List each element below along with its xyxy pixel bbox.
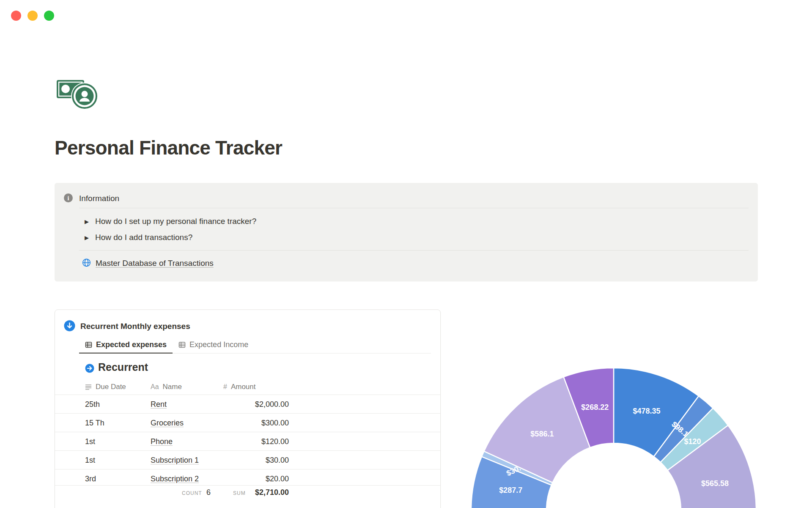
table-row[interactable]: 15 Th Groceries $300.00 <box>55 414 440 432</box>
sum-aggregate-label[interactable]: SUM <box>233 490 246 496</box>
donut-slice-label: $268.22 <box>581 403 609 411</box>
amount-cell[interactable]: $300.00 <box>220 419 289 428</box>
divider <box>79 208 749 208</box>
donut-slice[interactable] <box>471 457 551 508</box>
due-date-cell[interactable]: 15 Th <box>85 419 104 428</box>
donut-slice[interactable] <box>484 377 590 483</box>
column-header-name[interactable]: Aa Name <box>151 383 182 391</box>
tab-label: Expected expenses <box>96 340 167 349</box>
toggle-label: How do I set up my personal finance trac… <box>95 217 256 226</box>
recurrent-expenses-card: Recurrent Monthly expenses Expected expe… <box>55 309 441 508</box>
table-footer: COUNT 6 SUM $2,710.00 <box>55 485 440 508</box>
name-cell-link[interactable]: Groceries <box>151 419 184 428</box>
title-property-icon: Aa <box>151 383 159 391</box>
text-lines-icon <box>85 384 92 390</box>
donut-slice-label: $478.35 <box>633 407 660 415</box>
table-view-icon <box>85 341 92 348</box>
toggle-setup-question[interactable]: ▶ How do I set up my personal finance tr… <box>85 216 256 227</box>
close-button[interactable] <box>11 11 21 21</box>
table-row[interactable]: 1st Phone $120.00 <box>55 432 440 451</box>
due-date-cell[interactable]: 1st <box>85 456 95 465</box>
minimize-button[interactable] <box>27 11 38 21</box>
tab-expected-expenses[interactable]: Expected expenses <box>79 336 173 353</box>
toggle-triangle-icon[interactable]: ▶ <box>85 219 89 224</box>
donut-slice[interactable] <box>661 408 728 470</box>
window-controls <box>11 11 54 21</box>
donut-slice[interactable] <box>564 368 614 447</box>
page-emoji-money-icon[interactable] <box>56 76 99 111</box>
page-title: Personal Finance Tracker <box>55 136 282 159</box>
count-aggregate-value: 6 <box>206 488 211 497</box>
amount-cell[interactable]: $120.00 <box>220 437 289 446</box>
table-header-row: Due Date Aa Name # Amount <box>55 379 440 395</box>
amount-cell[interactable]: $20.00 <box>220 475 289 483</box>
donut-slice[interactable] <box>614 368 699 456</box>
toggle-label: How do I add transactions? <box>95 233 192 242</box>
arrow-down-circle-icon[interactable] <box>64 320 75 331</box>
amount-cell[interactable]: $30.00 <box>220 456 289 465</box>
globe-icon <box>82 258 91 268</box>
count-aggregate-label[interactable]: COUNT <box>182 490 202 496</box>
name-cell-link[interactable]: Rent <box>151 400 167 409</box>
name-cell-link[interactable]: Phone <box>151 437 173 446</box>
table-row[interactable]: 1st Subscription 1 $30.00 <box>55 451 440 469</box>
section-title: Recurrent <box>98 361 148 373</box>
expenses-table: Due Date Aa Name # Amount 25th Rent $2,0… <box>55 379 440 488</box>
column-label: Amount <box>231 383 256 391</box>
table-view-icon <box>178 341 186 348</box>
column-header-amount[interactable]: # Amount <box>223 383 256 391</box>
card-title: Recurrent Monthly expenses <box>80 322 190 331</box>
information-callout: i Information ▶ How do I set up my perso… <box>55 183 758 282</box>
name-cell-link[interactable]: Subscription 2 <box>151 475 199 483</box>
info-icon: i <box>63 193 73 203</box>
callout-title: Information <box>79 194 119 203</box>
donut-slice-label: $565.58 <box>701 479 729 488</box>
due-date-cell[interactable]: 1st <box>85 437 95 446</box>
divider <box>79 250 749 251</box>
donut-slice-label: $98.17 <box>670 420 693 442</box>
donut-slice[interactable] <box>482 451 552 485</box>
donut-slice-label: $287.7 <box>499 486 522 494</box>
column-label: Name <box>163 383 182 391</box>
donut-slice-label: $30.68 <box>505 460 529 478</box>
tab-label: Expected Income <box>189 340 248 349</box>
view-tabs: Expected expenses Expected Income <box>79 336 431 353</box>
due-date-cell[interactable]: 25th <box>85 400 100 409</box>
master-database-link[interactable]: Master Database of Transactions <box>96 259 214 268</box>
column-header-due-date[interactable]: Due Date <box>85 383 126 391</box>
donut-slice-label: $586.1 <box>530 430 554 438</box>
amount-cell[interactable]: $2,000.00 <box>220 400 289 409</box>
sum-aggregate-value: $2,710.00 <box>247 488 289 497</box>
toggle-triangle-icon[interactable]: ▶ <box>85 235 89 240</box>
table-row[interactable]: 25th Rent $2,000.00 <box>55 395 440 414</box>
name-cell-link[interactable]: Subscription 1 <box>151 456 199 465</box>
donut-slice[interactable] <box>654 396 713 462</box>
zoom-button[interactable] <box>44 11 54 21</box>
column-label: Due Date <box>96 383 126 391</box>
svg-text:i: i <box>68 195 69 202</box>
donut-slice-label: $120 <box>684 437 701 446</box>
tab-expected-income[interactable]: Expected Income <box>173 336 254 353</box>
arrow-right-circle-icon <box>85 364 94 373</box>
donut-slice[interactable] <box>668 425 756 508</box>
due-date-cell[interactable]: 3rd <box>85 475 96 483</box>
number-property-icon: # <box>223 383 227 391</box>
toggle-add-transactions-question[interactable]: ▶ How do I add transactions? <box>85 232 192 243</box>
